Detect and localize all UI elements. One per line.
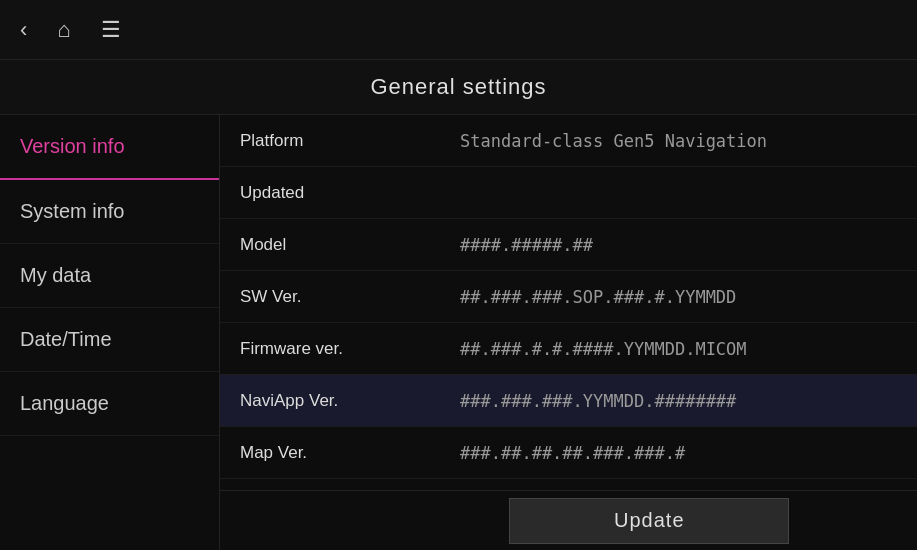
sidebar-item-language[interactable]: Language bbox=[0, 372, 219, 436]
value-sw-ver: ##.###.###.SOP.###.#.YYMMDD bbox=[460, 287, 736, 307]
label-naviapp-ver: NaviApp Ver. bbox=[240, 391, 460, 411]
sidebar-item-version-info[interactable]: Version info bbox=[0, 115, 219, 180]
menu-icon[interactable]: ☰ bbox=[101, 17, 121, 43]
label-map-ver: Map Ver. bbox=[240, 443, 460, 463]
label-firmware-ver: Firmware ver. bbox=[240, 339, 460, 359]
row-firmware-ver: Firmware ver. ##.###.#.#.####.YYMMDD.MIC… bbox=[220, 323, 917, 375]
home-icon[interactable]: ⌂ bbox=[57, 17, 70, 43]
row-sw-ver: SW Ver. ##.###.###.SOP.###.#.YYMMDD bbox=[220, 271, 917, 323]
row-model: Model ####.#####.## bbox=[220, 219, 917, 271]
page-title-bar: General settings bbox=[0, 60, 917, 115]
page-title: General settings bbox=[370, 74, 546, 100]
label-model: Model bbox=[240, 235, 460, 255]
top-bar: ‹ ⌂ ☰ bbox=[0, 0, 917, 60]
value-map-ver: ###.##.##.##.###.###.# bbox=[460, 443, 685, 463]
sidebar: Version info System info My data Date/Ti… bbox=[0, 115, 220, 550]
row-naviapp-ver: NaviApp Ver. ###.###.###.YYMMDD.######## bbox=[220, 375, 917, 427]
value-platform: Standard-class Gen5 Navigation bbox=[460, 131, 767, 151]
sidebar-item-my-data[interactable]: My data bbox=[0, 244, 219, 308]
value-model: ####.#####.## bbox=[460, 235, 593, 255]
value-naviapp-ver: ###.###.###.YYMMDD.######## bbox=[460, 391, 736, 411]
row-updated: Updated bbox=[220, 167, 917, 219]
row-map-ver: Map Ver. ###.##.##.##.###.###.# bbox=[220, 427, 917, 479]
content-area: Platform Standard-class Gen5 Navigation … bbox=[220, 115, 917, 550]
value-firmware-ver: ##.###.#.#.####.YYMMDD.MICOM bbox=[460, 339, 747, 359]
update-button[interactable]: Update bbox=[509, 498, 789, 544]
info-table: Platform Standard-class Gen5 Navigation … bbox=[220, 115, 917, 490]
sidebar-item-system-info[interactable]: System info bbox=[0, 180, 219, 244]
row-platform: Platform Standard-class Gen5 Navigation bbox=[220, 115, 917, 167]
label-updated: Updated bbox=[240, 183, 460, 203]
main-layout: Version info System info My data Date/Ti… bbox=[0, 115, 917, 550]
label-sw-ver: SW Ver. bbox=[240, 287, 460, 307]
back-icon[interactable]: ‹ bbox=[20, 17, 27, 43]
bottom-bar: Update bbox=[220, 490, 917, 550]
sidebar-item-date-time[interactable]: Date/Time bbox=[0, 308, 219, 372]
label-platform: Platform bbox=[240, 131, 460, 151]
